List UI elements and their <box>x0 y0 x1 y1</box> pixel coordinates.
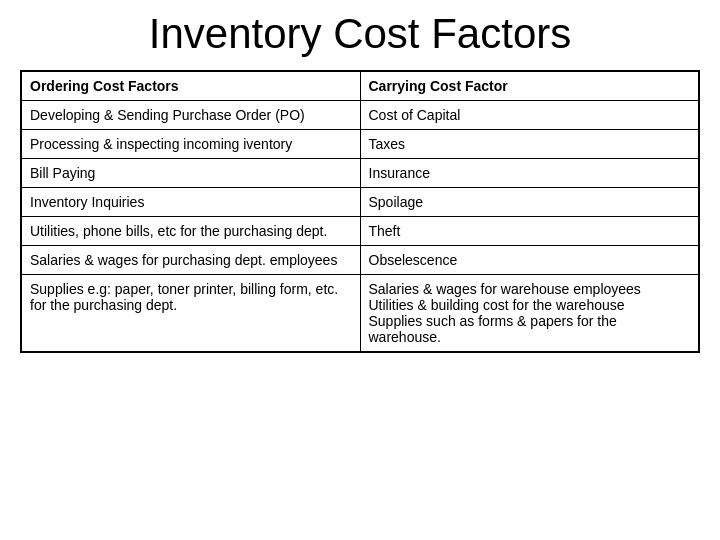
row7-col1: Supplies e.g: paper, toner printer, bill… <box>21 275 360 353</box>
table-row: Utilities, phone bills, etc for the purc… <box>21 217 699 246</box>
table-header-row: Ordering Cost Factors Carrying Cost Fact… <box>21 71 699 101</box>
row1-col1: Developing & Sending Purchase Order (PO) <box>21 101 360 130</box>
table-row: Salaries & wages for purchasing dept. em… <box>21 246 699 275</box>
row2-col2: Taxes <box>360 130 699 159</box>
row4-col2: Spoilage <box>360 188 699 217</box>
row5-col2: Theft <box>360 217 699 246</box>
page-title: Inventory Cost Factors <box>20 10 700 58</box>
row4-col1: Inventory Inquiries <box>21 188 360 217</box>
header-col1: Ordering Cost Factors <box>21 71 360 101</box>
row5-col1: Utilities, phone bills, etc for the purc… <box>21 217 360 246</box>
row6-col1: Salaries & wages for purchasing dept. em… <box>21 246 360 275</box>
page-container: Inventory Cost Factors Ordering Cost Fac… <box>0 0 720 540</box>
row3-col1: Bill Paying <box>21 159 360 188</box>
table-row: Inventory Inquiries Spoilage <box>21 188 699 217</box>
row6-col2: Obselescence <box>360 246 699 275</box>
cost-table: Ordering Cost Factors Carrying Cost Fact… <box>20 70 700 353</box>
row2-col1: Processing & inspecting incoming iventor… <box>21 130 360 159</box>
row1-col2: Cost of Capital <box>360 101 699 130</box>
table-row: Bill Paying Insurance <box>21 159 699 188</box>
table-row: Supplies e.g: paper, toner printer, bill… <box>21 275 699 353</box>
header-col2: Carrying Cost Factor <box>360 71 699 101</box>
row7-col2: Salaries & wages for warehouse employees… <box>360 275 699 353</box>
row3-col2: Insurance <box>360 159 699 188</box>
table-row: Developing & Sending Purchase Order (PO)… <box>21 101 699 130</box>
table-row: Processing & inspecting incoming iventor… <box>21 130 699 159</box>
